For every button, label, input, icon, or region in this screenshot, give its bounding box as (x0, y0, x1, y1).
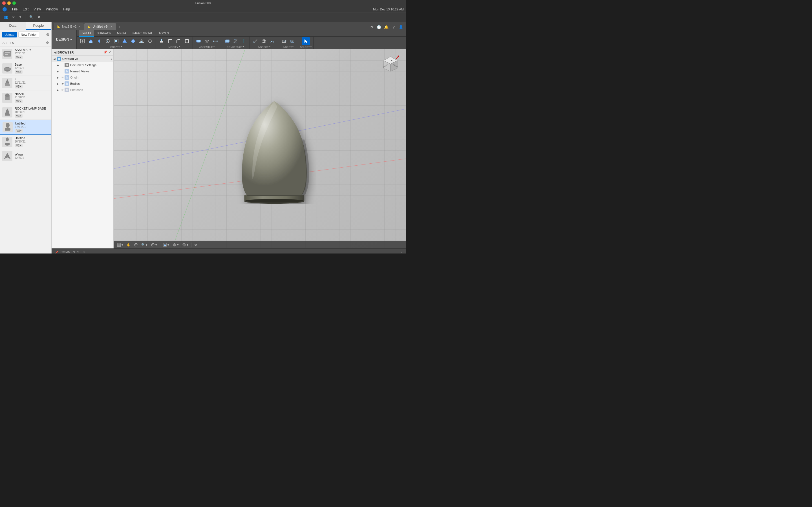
viewport[interactable]: TOP RIGHT FRONT ▾ (114, 49, 406, 248)
toolbar-undo-history[interactable]: ⟳ (11, 14, 17, 20)
tab-nozzle-close[interactable]: ✕ (78, 25, 80, 28)
construct-label-row[interactable]: CONSTRUCT ▾ (227, 45, 245, 48)
tree-eye-bodies[interactable]: 👁 (60, 81, 64, 86)
vp-grid-settings-btn[interactable]: ⚙ (193, 242, 198, 247)
ribbon-tab-mesh[interactable]: MESH (114, 30, 129, 37)
file-version[interactable]: V3 ▾ (15, 114, 22, 118)
insert-svg-btn[interactable]: SVG (280, 37, 288, 45)
vp-zoom-select-btn[interactable]: 🔍▾ (140, 242, 149, 247)
menu-file[interactable]: File (10, 7, 20, 12)
list-item[interactable]: Wings 12/5/21 (0, 149, 51, 163)
create-web-btn[interactable] (129, 37, 137, 45)
construct-offset-plane-btn[interactable] (223, 37, 231, 45)
list-item[interactable]: ROCKET LAMP BASE 10/28/21 V3 ▾ (0, 105, 51, 120)
view-cube[interactable]: TOP RIGHT FRONT (380, 55, 400, 74)
list-item[interactable]: e 12/11/21 V5 ▾ (0, 76, 51, 91)
panel-settings-button[interactable]: ⚙ (46, 33, 50, 37)
browser-expand-btn[interactable]: ⤢ (109, 50, 111, 54)
file-version[interactable]: V2 ▾ (15, 100, 22, 103)
tree-item-sketches[interactable]: ▶ 👁 Sketches (52, 87, 113, 93)
tree-eye-origin[interactable]: 👁 (60, 75, 64, 80)
breadcrumb-home[interactable]: ⌂ (2, 41, 4, 45)
tab-people[interactable]: People (26, 22, 51, 30)
comments-settings[interactable]: ⚙ (83, 251, 85, 253)
tree-item-bodies[interactable]: ▶ 👁 Bodies (52, 80, 113, 87)
toolbar-people-btn[interactable]: 👥 (2, 14, 10, 20)
tab-data[interactable]: Data (0, 22, 26, 30)
tab-icon-help[interactable]: ? (391, 24, 396, 30)
tree-expand-doc[interactable]: ▶ (56, 63, 60, 67)
menu-help[interactable]: Help (61, 7, 72, 12)
ribbon-tab-sheet-metal[interactable]: SHEET METAL (129, 30, 156, 37)
tab-untitled-close[interactable]: ✕ (110, 25, 112, 28)
vp-zoom-btn[interactable]: ▾ (150, 242, 158, 247)
tree-item-named-views[interactable]: ▶ Named Views (52, 68, 113, 74)
assemble-label-row[interactable]: ASSEMBLE ▾ (199, 45, 215, 48)
minimize-button[interactable] (7, 1, 11, 5)
vp-grid-btn[interactable]: ▾ (116, 242, 124, 247)
create-revolve-btn[interactable] (95, 37, 103, 45)
menu-view[interactable]: View (31, 7, 43, 12)
breadcrumb-settings[interactable]: ⚙ (46, 41, 49, 45)
tab-icon-user[interactable]: 👤 (398, 24, 404, 30)
toolbar-search[interactable]: 🔍 (28, 14, 35, 20)
select-label-row[interactable]: SELECT ▾ (300, 45, 312, 48)
file-version[interactable]: V4 ▾ (15, 55, 22, 59)
tree-expand-origin[interactable]: ▶ (56, 75, 60, 80)
inspect-measure-btn[interactable] (252, 37, 259, 45)
insert-canvas-btn[interactable] (289, 37, 296, 45)
toolbar-more[interactable]: ▾ (18, 14, 23, 20)
tree-expand-named-views[interactable]: ▶ (56, 69, 60, 73)
inspect-interference-btn[interactable] (260, 37, 268, 45)
assemble-joint-btn[interactable] (203, 37, 211, 45)
tree-item-root[interactable]: ◀ Untitled v8 ● (52, 56, 113, 62)
tree-eye-sketches[interactable]: 👁 (60, 88, 64, 92)
tab-icon-clock[interactable]: 🕐 (376, 24, 382, 30)
vp-zoom-fit-btn[interactable] (133, 242, 139, 247)
tree-expand-bodies[interactable]: ▶ (56, 81, 60, 86)
create-extrude-btn[interactable] (87, 37, 95, 45)
modify-fillet-btn[interactable] (166, 37, 174, 45)
file-version[interactable]: V5 ▾ (15, 85, 22, 89)
create-sweep-btn[interactable] (104, 37, 112, 45)
ribbon-tab-solid[interactable]: SOLID (79, 30, 94, 37)
create-new-component-btn[interactable] (79, 37, 86, 45)
create-label-row[interactable]: CREATE ▾ (110, 45, 122, 48)
create-mirror-btn[interactable] (146, 37, 154, 45)
file-version[interactable]: V8 ▾ (15, 129, 23, 133)
tree-expand-sketches[interactable]: ▶ (56, 88, 60, 92)
tree-item-origin[interactable]: ▶ 👁 Origin (52, 74, 113, 80)
ribbon-tab-surface[interactable]: SURFACE (94, 30, 114, 37)
tab-icon-refresh[interactable]: ↻ (369, 24, 374, 30)
comments-expand-btn[interactable]: ⤢ (400, 251, 403, 253)
assemble-new-component-btn[interactable] (195, 37, 202, 45)
menu-edit[interactable]: Edit (20, 7, 31, 12)
vp-display-mode-btn[interactable]: ▾ (162, 242, 170, 247)
browser-collapse-btn[interactable]: ◀ (54, 50, 56, 54)
list-item[interactable]: Untitled 10/29/21 V2 ▾ (0, 135, 51, 149)
construct-offset-work-plane-btn[interactable] (232, 37, 239, 45)
list-item[interactable]: NozZIE 11/18/21 V2 ▾ (0, 91, 51, 105)
modify-chamfer-btn[interactable] (174, 37, 183, 45)
toolbar-close[interactable]: ✕ (36, 14, 42, 20)
file-version[interactable]: V8 ▾ (15, 70, 22, 74)
vp-visual-style-btn[interactable]: ▾ (171, 242, 180, 247)
list-item[interactable]: Untitled 12/11/21 V8 ▾ (0, 120, 51, 135)
list-item[interactable]: ASSEMBLY 12/11/21 V4 ▾ (0, 47, 51, 61)
modify-shell-btn[interactable] (183, 37, 191, 45)
tree-expand-root[interactable]: ◀ (52, 57, 57, 61)
tab-untitled[interactable]: 📐 Untitled v8* ✕ (84, 23, 116, 30)
create-loft-btn[interactable] (112, 37, 120, 45)
tree-item-doc-settings[interactable]: ▶ Document Settings (52, 62, 113, 68)
inspect-curvature-btn[interactable] (268, 37, 276, 45)
select-btn[interactable] (302, 37, 310, 45)
modify-label-row[interactable]: MODIFY ▾ (168, 45, 180, 48)
modify-press-pull-btn[interactable] (158, 37, 165, 45)
create-rib-btn[interactable] (121, 37, 129, 45)
inspect-label-row[interactable]: INSPECT ▾ (258, 45, 270, 48)
tab-icon-bell[interactable]: 🔔 (384, 24, 389, 30)
create-emboss-btn[interactable] (138, 37, 146, 45)
vp-pan-btn[interactable]: ✋ (125, 242, 132, 247)
add-tab-button[interactable]: ＋ (116, 24, 122, 30)
close-button[interactable] (2, 1, 6, 5)
